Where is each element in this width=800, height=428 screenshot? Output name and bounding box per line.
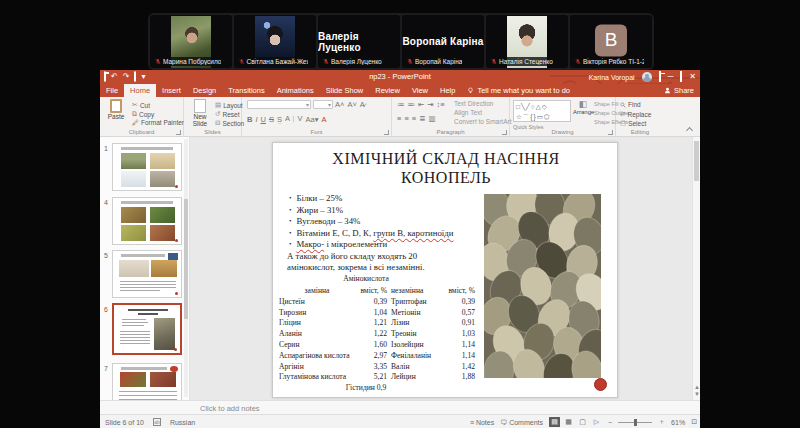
slide-sorter-view-button[interactable]: ▦ bbox=[563, 417, 574, 427]
italic-button[interactable]: I bbox=[255, 115, 257, 124]
tab-help[interactable]: Help bbox=[434, 84, 461, 97]
justify-button[interactable]: ≣ bbox=[419, 114, 425, 123]
thumbnail-scrollbar[interactable] bbox=[184, 139, 188, 397]
hemp-seeds-photo[interactable] bbox=[484, 194, 601, 378]
participant-video[interactable]: Світлана Бажай-Жеж.. bbox=[234, 15, 316, 68]
account-name[interactable]: Karina Voropai bbox=[589, 74, 635, 81]
reset-button[interactable]: ↺Reset bbox=[215, 110, 239, 118]
tab-view[interactable]: View bbox=[406, 84, 434, 97]
section-button[interactable]: ⊟Section bbox=[215, 119, 244, 127]
slideshow-view-button[interactable]: ▷ bbox=[591, 417, 602, 427]
zoom-slider[interactable] bbox=[618, 422, 652, 423]
thumb-photo bbox=[150, 207, 175, 223]
participant-video[interactable]: Наталія Стеценко bbox=[486, 15, 568, 68]
drawing-dialog-launcher[interactable] bbox=[608, 130, 613, 135]
tell-me-box[interactable]: Tell me what you want to do bbox=[461, 84, 576, 97]
slide-thumbnail-6-selected[interactable] bbox=[112, 303, 182, 355]
char-spacing-button[interactable]: A︱V bbox=[285, 114, 303, 124]
convert-smartart-button[interactable]: Convert to SmartArt bbox=[454, 118, 511, 125]
slide-thumbnail-4[interactable] bbox=[112, 197, 182, 245]
find-button[interactable]: Find bbox=[620, 101, 641, 108]
clear-format-button[interactable]: A̷ bbox=[360, 100, 365, 109]
align-center-button[interactable]: ≡ bbox=[404, 114, 408, 123]
layout-button[interactable]: ▤Layout bbox=[215, 101, 243, 109]
account-avatar[interactable] bbox=[642, 72, 652, 82]
font-dialog-launcher[interactable] bbox=[384, 130, 389, 135]
bold-button[interactable]: B bbox=[247, 115, 252, 124]
notes-toggle-button[interactable]: ≡ Notes bbox=[470, 419, 494, 426]
bullet-list-button[interactable]: ≔ bbox=[397, 100, 405, 109]
strikethrough-button[interactable]: S bbox=[269, 115, 274, 124]
spellcheck-icon[interactable]: ab bbox=[153, 418, 161, 426]
tab-insert[interactable]: Insert bbox=[156, 84, 187, 97]
participant-video[interactable]: Воропай Каріна Воропай Каріна bbox=[402, 15, 484, 68]
align-right-button[interactable]: ≡ bbox=[412, 114, 416, 123]
text-shadow-button[interactable]: S̤ bbox=[277, 115, 282, 124]
decrease-indent-button[interactable]: ⇤ bbox=[418, 100, 424, 109]
shape-fill-button2[interactable]: Shape Fill bbox=[594, 101, 618, 107]
canvas-vertical-scrollbar[interactable]: ▲▼ bbox=[692, 137, 700, 400]
text-direction-button[interactable]: Text Direction bbox=[454, 100, 493, 107]
paste-button[interactable]: Paste bbox=[104, 99, 128, 120]
paragraph-dialog-launcher[interactable] bbox=[502, 130, 507, 135]
tab-design[interactable]: Design bbox=[187, 84, 222, 97]
align-left-button[interactable]: ≡ bbox=[397, 114, 401, 123]
cut-button[interactable]: ✂Cut bbox=[132, 101, 150, 109]
slide-thumbnail-1[interactable] bbox=[112, 143, 182, 191]
tab-slideshow[interactable]: Slide Show bbox=[320, 84, 370, 97]
comments-toggle-button[interactable]: 🗨 Comments bbox=[500, 419, 543, 426]
tab-review[interactable]: Review bbox=[369, 84, 406, 97]
clipboard-dialog-launcher[interactable] bbox=[176, 130, 181, 135]
zoom-in-button[interactable]: ＋ bbox=[658, 417, 665, 427]
decrease-font-button[interactable]: A˅ bbox=[347, 100, 356, 109]
collapse-ribbon-button[interactable] bbox=[686, 127, 693, 134]
shapes-gallery[interactable]: □╲╱○△◇☆⌒{}▭⬠ bbox=[513, 100, 571, 122]
close-button[interactable]: ✕ bbox=[689, 71, 696, 83]
previous-next-slide-buttons[interactable]: ▲▼ bbox=[693, 384, 701, 398]
arrange-button[interactable]: ◧ Arrange bbox=[573, 99, 593, 115]
increase-indent-button[interactable]: ⇥ bbox=[427, 100, 433, 109]
align-text-button[interactable]: Align Text bbox=[454, 109, 482, 116]
zoom-level[interactable]: 61% bbox=[671, 419, 685, 426]
tab-home[interactable]: Home bbox=[124, 84, 156, 97]
increase-font-button[interactable]: A˄ bbox=[335, 100, 344, 109]
restore-button[interactable] bbox=[680, 71, 682, 83]
font-size-select[interactable] bbox=[313, 100, 333, 109]
participant-video[interactable]: В Вікторія Рябко ТІ-1-2 bbox=[570, 15, 652, 68]
amino-acid-table[interactable]: Амінокислота замінна вміст, % незамінна … bbox=[275, 274, 475, 392]
font-color-button[interactable]: A bbox=[321, 115, 326, 124]
share-button[interactable]: Share bbox=[664, 84, 694, 97]
scrollbar-thumb[interactable] bbox=[694, 141, 699, 181]
tab-animations[interactable]: Animations bbox=[271, 84, 320, 97]
slide-title-textbox[interactable]: ХІМІЧНИЙ СКЛАД НАСІННЯ КОНОПЕЛЬ bbox=[291, 149, 601, 187]
change-case-button[interactable]: Aa▾ bbox=[305, 115, 318, 124]
participant-video[interactable]: Марина Побрусило bbox=[150, 15, 232, 68]
tab-file[interactable]: File bbox=[100, 84, 124, 97]
normal-view-button[interactable]: ▤ bbox=[549, 417, 560, 427]
replace-button[interactable]: ⇄ Replace bbox=[620, 110, 651, 118]
copy-icon: ⧉ bbox=[132, 110, 137, 118]
ribbon-display-options-button[interactable] bbox=[659, 71, 661, 83]
line-spacing-button[interactable]: ↕≡ bbox=[437, 100, 445, 109]
number-list-button[interactable]: ≕ bbox=[408, 100, 416, 109]
fit-to-window-button[interactable]: ⊡ bbox=[691, 418, 697, 426]
copy-button[interactable]: ⧉Copy bbox=[132, 110, 154, 118]
slide-paragraph-textbox[interactable]: А також до його складу входять 20 амінок… bbox=[287, 251, 463, 272]
font-name-select[interactable] bbox=[247, 100, 311, 109]
underline-button[interactable]: U bbox=[261, 115, 266, 124]
notes-pane[interactable]: Click to add notes bbox=[100, 400, 700, 414]
minimize-button[interactable]: ─ bbox=[668, 71, 674, 83]
zoom-slider-thumb[interactable] bbox=[634, 419, 637, 426]
select-button[interactable]: ▢ Select bbox=[620, 119, 646, 127]
slide-bullet-textbox[interactable]: •Білки – 25% •Жири – 31% •Вуглеводи – 34… bbox=[289, 193, 489, 251]
slide-editor[interactable]: ХІМІЧНИЙ СКЛАД НАСІННЯ КОНОПЕЛЬ •Білки –… bbox=[272, 142, 618, 398]
status-language-button[interactable]: Russian bbox=[170, 419, 195, 426]
tab-transitions[interactable]: Transitions bbox=[222, 84, 270, 97]
format-painter-button[interactable]: 🖉Format Painter bbox=[132, 119, 184, 126]
columns-button[interactable]: ▥ bbox=[428, 114, 435, 123]
reading-view-button[interactable]: ▢ bbox=[577, 417, 588, 427]
slide-thumbnail-5[interactable] bbox=[112, 250, 182, 298]
participant-video[interactable]: Валерія Луценко Валерія Луценко bbox=[318, 15, 400, 68]
new-slide-button[interactable]: New Slide bbox=[187, 99, 213, 127]
zoom-out-button[interactable]: − bbox=[608, 419, 612, 426]
